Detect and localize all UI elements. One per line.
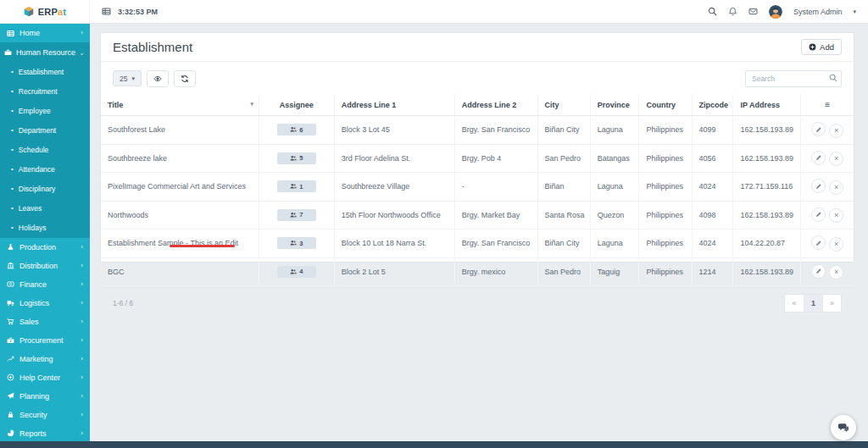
per-page-select[interactable]: 25▾ bbox=[113, 70, 142, 86]
assignee-badge[interactable]: 3 bbox=[277, 237, 316, 249]
add-button[interactable]: Add bbox=[801, 39, 842, 55]
column-header-zipcode[interactable]: Zipcode bbox=[692, 94, 733, 116]
main-content: Establishment Add 25▾ Title▾ bbox=[90, 24, 868, 441]
edit-button[interactable] bbox=[811, 207, 826, 222]
sidebar-item-recruitment[interactable]: •Recruitment bbox=[0, 82, 90, 102]
chevron-right-icon: › bbox=[81, 30, 83, 36]
sidebar-item-planning[interactable]: Planning› bbox=[0, 387, 90, 406]
refresh-button[interactable] bbox=[174, 70, 196, 87]
lock-icon bbox=[7, 411, 14, 418]
prev-page-button[interactable]: « bbox=[785, 295, 804, 312]
sidebar-item-logistics[interactable]: Logistics› bbox=[0, 294, 90, 312]
users-icon bbox=[290, 268, 297, 275]
search-input[interactable] bbox=[745, 70, 842, 87]
assignee-badge[interactable]: 6 bbox=[277, 124, 316, 136]
assignee-badge[interactable]: 4 bbox=[277, 266, 316, 278]
sidebar-item-department[interactable]: •Department bbox=[0, 121, 90, 141]
chart-line-icon bbox=[7, 355, 14, 362]
chat-button[interactable] bbox=[831, 415, 856, 440]
pencil-icon bbox=[815, 240, 822, 246]
toggle-columns-button[interactable] bbox=[147, 70, 169, 87]
chat-icon bbox=[837, 422, 849, 434]
sidebar-item-leaves[interactable]: •Leaves bbox=[0, 199, 90, 218]
menu-toggle-icon[interactable] bbox=[102, 7, 111, 16]
column-header-address2[interactable]: Address Line 2 bbox=[454, 94, 537, 116]
caret-down-icon[interactable]: ▾ bbox=[853, 8, 856, 15]
delete-button[interactable]: × bbox=[829, 208, 843, 223]
table-row: Southbreeze lake 5 3rd Floor Adelina St.… bbox=[101, 144, 854, 173]
pencil-icon bbox=[815, 268, 822, 274]
delete-button[interactable]: × bbox=[829, 265, 843, 279]
sidebar-item-marketing[interactable]: Marketing› bbox=[0, 350, 90, 368]
bullet-icon: • bbox=[11, 127, 14, 134]
mail-icon[interactable] bbox=[748, 7, 758, 16]
sidebar-item-holidays[interactable]: •Holidays bbox=[0, 218, 90, 238]
sidebar-item-procurement[interactable]: Procurement› bbox=[0, 331, 90, 350]
user-menu[interactable]: System Admin bbox=[793, 8, 843, 16]
chevron-down-icon: › bbox=[77, 53, 87, 56]
edit-button[interactable] bbox=[811, 264, 826, 279]
assignee-badge[interactable]: 7 bbox=[277, 209, 316, 221]
briefcase-icon bbox=[4, 48, 12, 56]
sidebar-item-security[interactable]: Security› bbox=[0, 406, 90, 424]
sidebar-item-production[interactable]: Production› bbox=[0, 238, 90, 257]
sidebar-item-human-resource[interactable]: Human Resource › bbox=[0, 42, 90, 63]
app-logo[interactable]: ERPat bbox=[0, 0, 90, 23]
clock-time: 3:32:53 PM bbox=[118, 8, 158, 16]
column-header-actions[interactable]: ≡ bbox=[801, 94, 854, 116]
table-row: BGC 4 Block 2 Lot 5 Brgy. mexico San Ped… bbox=[101, 257, 854, 286]
sidebar-item-finance[interactable]: Finance› bbox=[0, 275, 90, 294]
search-icon[interactable] bbox=[708, 7, 717, 16]
bullet-icon: • bbox=[11, 205, 14, 212]
column-header-address1[interactable]: Address Line 1 bbox=[334, 94, 454, 116]
flask-icon bbox=[7, 243, 14, 251]
page-number[interactable]: 1 bbox=[804, 295, 822, 312]
sidebar-item-schedule[interactable]: •Schedule bbox=[0, 141, 90, 160]
pie-chart-icon bbox=[7, 429, 14, 437]
edit-button[interactable] bbox=[811, 151, 826, 165]
logo-text: ERPat bbox=[38, 7, 66, 17]
users-icon bbox=[290, 240, 297, 246]
bullet-icon: • bbox=[11, 69, 14, 75]
pencil-icon bbox=[815, 183, 822, 190]
assignee-badge[interactable]: 1 bbox=[277, 180, 316, 192]
bank-icon bbox=[7, 262, 14, 269]
column-header-title[interactable]: Title▾ bbox=[101, 94, 259, 116]
table-row: Northwoods 7 15th Floor Northwoods Offic… bbox=[101, 201, 854, 230]
sidebar-item-help-center[interactable]: Help Center› bbox=[0, 368, 90, 387]
column-header-city[interactable]: City bbox=[537, 94, 590, 116]
delete-button[interactable]: × bbox=[829, 237, 843, 252]
sidebar-item-home[interactable]: Home › bbox=[0, 24, 90, 42]
plus-circle-icon bbox=[7, 373, 14, 381]
result-range: 1-6 / 6 bbox=[113, 299, 133, 307]
sidebar-item-employee[interactable]: •Employee bbox=[0, 102, 90, 121]
sidebar-item-distribution[interactable]: Distribution› bbox=[0, 257, 90, 275]
next-page-button[interactable]: » bbox=[822, 295, 841, 312]
sidebar-item-disciplinary[interactable]: •Disciplinary bbox=[0, 180, 90, 199]
sidebar-item-sales[interactable]: Sales› bbox=[0, 312, 90, 331]
column-header-ip[interactable]: IP Address bbox=[733, 94, 801, 116]
delete-button[interactable]: × bbox=[829, 124, 843, 138]
delete-button[interactable]: × bbox=[829, 152, 843, 166]
assignee-badge[interactable]: 5 bbox=[277, 152, 316, 164]
column-header-province[interactable]: Province bbox=[590, 94, 639, 116]
sidebar-item-attendance[interactable]: •Attendance bbox=[0, 160, 90, 180]
users-icon bbox=[290, 155, 297, 162]
column-header-country[interactable]: Country bbox=[639, 94, 692, 116]
pencil-icon bbox=[815, 126, 822, 133]
edit-button[interactable] bbox=[811, 122, 826, 136]
delete-button[interactable]: × bbox=[829, 180, 843, 195]
annotation-underline bbox=[170, 245, 235, 247]
hamburger-icon: ≡ bbox=[825, 100, 830, 109]
column-header-assignee[interactable]: Assignee bbox=[259, 94, 334, 116]
avatar[interactable] bbox=[769, 5, 782, 19]
edit-button[interactable] bbox=[811, 235, 826, 250]
users-icon bbox=[290, 126, 297, 133]
sidebar-item-reports[interactable]: Reports› bbox=[0, 424, 90, 442]
edit-button[interactable] bbox=[811, 179, 826, 193]
table-header-row: Title▾ Assignee Address Line 1 Address L… bbox=[101, 94, 854, 116]
paper-plane-icon bbox=[7, 392, 14, 400]
bell-icon[interactable] bbox=[728, 7, 737, 16]
sidebar-item-establishment[interactable]: •Establishment bbox=[0, 63, 90, 82]
table-row: Establishment Sample - This is an Edit 3… bbox=[101, 230, 854, 258]
